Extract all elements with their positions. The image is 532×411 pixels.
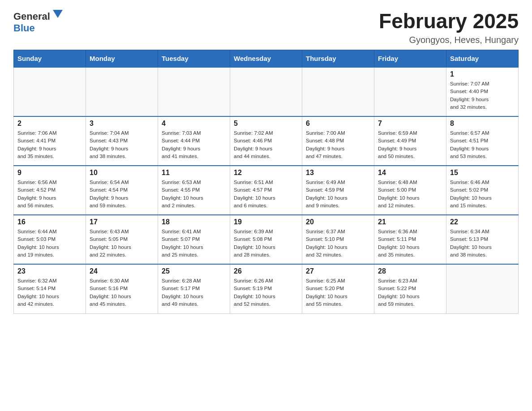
calendar-cell: 22Sunrise: 6:34 AM Sunset: 5:13 PM Dayli…: [446, 215, 519, 264]
calendar-cell: 7Sunrise: 6:59 AM Sunset: 4:49 PM Daylig…: [374, 116, 446, 166]
calendar-cell: [86, 67, 158, 116]
day-info: Sunrise: 6:59 AM Sunset: 4:49 PM Dayligh…: [378, 129, 442, 160]
logo-blue-text: Blue: [13, 22, 35, 34]
day-header-monday: Monday: [86, 50, 158, 68]
calendar-week-row-0: 1Sunrise: 7:07 AM Sunset: 4:40 PM Daylig…: [14, 67, 519, 116]
day-info: Sunrise: 6:37 AM Sunset: 5:10 PM Dayligh…: [306, 228, 370, 259]
day-info: Sunrise: 6:53 AM Sunset: 4:55 PM Dayligh…: [162, 179, 226, 210]
day-info: Sunrise: 6:30 AM Sunset: 5:16 PM Dayligh…: [90, 277, 154, 308]
title-block: February 2025 Gyongyos, Heves, Hungary: [379, 9, 519, 45]
calendar-cell: [302, 67, 374, 116]
calendar-header-row: SundayMondayTuesdayWednesdayThursdayFrid…: [14, 50, 519, 68]
calendar-cell: 12Sunrise: 6:51 AM Sunset: 4:57 PM Dayli…: [230, 166, 302, 215]
calendar-cell: [230, 67, 302, 116]
day-number: 26: [234, 267, 298, 275]
day-info: Sunrise: 7:02 AM Sunset: 4:46 PM Dayligh…: [234, 129, 298, 160]
day-info: Sunrise: 6:39 AM Sunset: 5:08 PM Dayligh…: [234, 228, 298, 259]
calendar-table: SundayMondayTuesdayWednesdayThursdayFrid…: [13, 50, 519, 314]
calendar-week-row-3: 16Sunrise: 6:44 AM Sunset: 5:03 PM Dayli…: [14, 215, 519, 264]
calendar-week-row-4: 23Sunrise: 6:32 AM Sunset: 5:14 PM Dayli…: [14, 264, 519, 313]
calendar-cell: 5Sunrise: 7:02 AM Sunset: 4:46 PM Daylig…: [230, 116, 302, 166]
calendar-cell: 2Sunrise: 7:06 AM Sunset: 4:41 PM Daylig…: [14, 116, 86, 166]
calendar-cell: 23Sunrise: 6:32 AM Sunset: 5:14 PM Dayli…: [14, 264, 86, 313]
calendar-cell: [14, 67, 86, 116]
calendar-cell: [374, 67, 446, 116]
day-header-friday: Friday: [374, 50, 446, 68]
day-header-saturday: Saturday: [446, 50, 519, 68]
day-number: 13: [306, 169, 370, 177]
day-number: 15: [450, 169, 515, 177]
day-number: 24: [90, 267, 154, 275]
day-info: Sunrise: 6:57 AM Sunset: 4:51 PM Dayligh…: [450, 129, 515, 160]
day-info: Sunrise: 6:49 AM Sunset: 4:59 PM Dayligh…: [306, 179, 370, 210]
calendar-cell: 28Sunrise: 6:23 AM Sunset: 5:22 PM Dayli…: [374, 264, 446, 313]
day-header-wednesday: Wednesday: [230, 50, 302, 68]
day-number: 1: [450, 70, 515, 78]
calendar-cell: 3Sunrise: 7:04 AM Sunset: 4:43 PM Daylig…: [86, 116, 158, 166]
calendar-cell: 19Sunrise: 6:39 AM Sunset: 5:08 PM Dayli…: [230, 215, 302, 264]
day-number: 6: [306, 120, 370, 128]
calendar-cell: 27Sunrise: 6:25 AM Sunset: 5:20 PM Dayli…: [302, 264, 374, 313]
calendar-cell: 13Sunrise: 6:49 AM Sunset: 4:59 PM Dayli…: [302, 166, 374, 215]
calendar-cell: 14Sunrise: 6:48 AM Sunset: 5:00 PM Dayli…: [374, 166, 446, 215]
day-number: 3: [90, 120, 154, 128]
calendar-title: February 2025: [379, 9, 519, 33]
calendar-cell: 4Sunrise: 7:03 AM Sunset: 4:44 PM Daylig…: [158, 116, 230, 166]
calendar-cell: 16Sunrise: 6:44 AM Sunset: 5:03 PM Dayli…: [14, 215, 86, 264]
calendar-cell: 15Sunrise: 6:46 AM Sunset: 5:02 PM Dayli…: [446, 166, 519, 215]
day-number: 23: [17, 267, 82, 275]
calendar-cell: 21Sunrise: 6:36 AM Sunset: 5:11 PM Dayli…: [374, 215, 446, 264]
day-number: 5: [234, 120, 298, 128]
calendar-subtitle: Gyongyos, Heves, Hungary: [379, 35, 519, 45]
day-header-tuesday: Tuesday: [158, 50, 230, 68]
calendar-cell: 25Sunrise: 6:28 AM Sunset: 5:17 PM Dayli…: [158, 264, 230, 313]
day-number: 14: [378, 169, 442, 177]
day-info: Sunrise: 6:36 AM Sunset: 5:11 PM Dayligh…: [378, 228, 442, 259]
calendar-cell: 9Sunrise: 6:56 AM Sunset: 4:52 PM Daylig…: [14, 166, 86, 215]
day-number: 4: [162, 120, 226, 128]
day-info: Sunrise: 7:06 AM Sunset: 4:41 PM Dayligh…: [17, 129, 82, 160]
day-info: Sunrise: 6:51 AM Sunset: 4:57 PM Dayligh…: [234, 179, 298, 210]
day-number: 10: [90, 169, 154, 177]
day-info: Sunrise: 6:32 AM Sunset: 5:14 PM Dayligh…: [17, 277, 82, 308]
day-info: Sunrise: 7:07 AM Sunset: 4:40 PM Dayligh…: [450, 80, 515, 111]
day-number: 18: [162, 218, 226, 226]
calendar-cell: 24Sunrise: 6:30 AM Sunset: 5:16 PM Dayli…: [86, 264, 158, 313]
day-number: 8: [450, 120, 515, 128]
day-info: Sunrise: 6:54 AM Sunset: 4:54 PM Dayligh…: [90, 179, 154, 210]
calendar-cell: 11Sunrise: 6:53 AM Sunset: 4:55 PM Dayli…: [158, 166, 230, 215]
day-info: Sunrise: 6:26 AM Sunset: 5:19 PM Dayligh…: [234, 277, 298, 308]
day-number: 22: [450, 218, 515, 226]
day-info: Sunrise: 6:28 AM Sunset: 5:17 PM Dayligh…: [162, 277, 226, 308]
day-number: 28: [378, 267, 442, 275]
day-info: Sunrise: 6:44 AM Sunset: 5:03 PM Dayligh…: [17, 228, 82, 259]
svg-marker-0: [53, 10, 63, 18]
day-number: 7: [378, 120, 442, 128]
day-number: 21: [378, 218, 442, 226]
calendar-cell: [158, 67, 230, 116]
logo: General Blue: [13, 9, 63, 34]
day-header-sunday: Sunday: [14, 50, 86, 68]
day-header-thursday: Thursday: [302, 50, 374, 68]
logo-general-text: General: [13, 11, 50, 22]
day-info: Sunrise: 6:56 AM Sunset: 4:52 PM Dayligh…: [17, 179, 82, 210]
calendar-cell: 17Sunrise: 6:43 AM Sunset: 5:05 PM Dayli…: [86, 215, 158, 264]
calendar-cell: 6Sunrise: 7:00 AM Sunset: 4:48 PM Daylig…: [302, 116, 374, 166]
day-info: Sunrise: 7:03 AM Sunset: 4:44 PM Dayligh…: [162, 129, 226, 160]
calendar-cell: 20Sunrise: 6:37 AM Sunset: 5:10 PM Dayli…: [302, 215, 374, 264]
day-number: 25: [162, 267, 226, 275]
day-info: Sunrise: 7:04 AM Sunset: 4:43 PM Dayligh…: [90, 129, 154, 160]
day-info: Sunrise: 6:48 AM Sunset: 5:00 PM Dayligh…: [378, 179, 442, 210]
logo-triangle-icon: [53, 10, 63, 20]
day-info: Sunrise: 7:00 AM Sunset: 4:48 PM Dayligh…: [306, 129, 370, 160]
calendar-week-row-2: 9Sunrise: 6:56 AM Sunset: 4:52 PM Daylig…: [14, 166, 519, 215]
day-number: 27: [306, 267, 370, 275]
calendar-cell: 10Sunrise: 6:54 AM Sunset: 4:54 PM Dayli…: [86, 166, 158, 215]
day-info: Sunrise: 6:41 AM Sunset: 5:07 PM Dayligh…: [162, 228, 226, 259]
day-info: Sunrise: 6:43 AM Sunset: 5:05 PM Dayligh…: [90, 228, 154, 259]
day-number: 9: [17, 169, 82, 177]
day-number: 19: [234, 218, 298, 226]
day-number: 16: [17, 218, 82, 226]
day-info: Sunrise: 6:23 AM Sunset: 5:22 PM Dayligh…: [378, 277, 442, 308]
day-number: 12: [234, 169, 298, 177]
